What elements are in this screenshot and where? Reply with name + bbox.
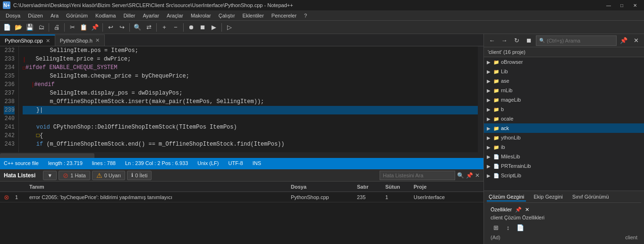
menu-kodlama[interactable]: Kodlama bbox=[92, 12, 119, 19]
tree-label-7: ack bbox=[501, 125, 509, 131]
info-filter-button[interactable]: ℹ 0 İleti bbox=[127, 171, 152, 180]
col-proj-header[interactable]: Proje bbox=[414, 184, 480, 190]
menu-gorunum[interactable]: Görünüm bbox=[62, 12, 92, 19]
tree-icon-10: 📄 bbox=[493, 154, 499, 159]
paste-button[interactable]: 📌 bbox=[90, 22, 100, 33]
maximize-button[interactable]: □ bbox=[616, 0, 628, 10]
error-row-col: 1 bbox=[385, 194, 414, 200]
prop-sort-button[interactable]: ↕ bbox=[503, 222, 513, 233]
print-button[interactable]: 🖨 bbox=[51, 22, 62, 33]
tab-pythonshop-cpp[interactable]: PythonShop.cpp ✕ bbox=[0, 35, 55, 46]
menu-ara[interactable]: Ara bbox=[47, 12, 62, 19]
menu-calistir[interactable]: Çalıştır bbox=[215, 12, 239, 19]
col-file-header[interactable]: Dosya bbox=[291, 184, 357, 190]
tree-arrow-6: ▶ bbox=[486, 116, 491, 122]
menu-pencereler[interactable]: Pencereler bbox=[268, 12, 300, 19]
prop-name-row: (Ad) client bbox=[491, 235, 637, 240]
sidebar-back-button[interactable]: ← bbox=[487, 35, 497, 46]
cut-button[interactable]: ✂ bbox=[67, 22, 77, 33]
new-button[interactable]: 📄 bbox=[2, 22, 12, 33]
sidebar-stop-button[interactable]: ⏹ bbox=[524, 35, 534, 46]
tree-item-rnlib[interactable]: ▶ 📁 rnLib bbox=[484, 86, 644, 95]
tree-item-ib[interactable]: ▶ 📁 ib bbox=[484, 142, 644, 152]
tab-close-h[interactable]: ✕ bbox=[95, 37, 100, 44]
properties-section: Özellikler 📌 ✕ client Çözüm Özellikleri … bbox=[487, 205, 641, 242]
properties-pin-icon[interactable]: 📌 bbox=[515, 207, 522, 212]
menu-araclar[interactable]: Araçlar bbox=[163, 12, 187, 19]
panel-close-icon[interactable]: ✕ bbox=[475, 172, 480, 179]
tab-pythonshop-h[interactable]: PythonShop.h ✕ bbox=[55, 35, 105, 46]
properties-title: Özellikler 📌 ✕ bbox=[491, 207, 637, 213]
save-all-button[interactable]: 🗂 bbox=[36, 22, 46, 33]
tree-item-mileslib[interactable]: ▶ 📄 MilesLib bbox=[484, 152, 644, 161]
copy-button[interactable]: 📋 bbox=[78, 22, 89, 33]
zoom-in-button[interactable]: + bbox=[159, 22, 169, 33]
sidebar-pin-button[interactable]: 📌 bbox=[619, 35, 629, 46]
prop-pages-button[interactable]: 📄 bbox=[515, 222, 525, 233]
stop-button[interactable]: ⏹ bbox=[197, 22, 208, 33]
col-col-header[interactable]: Sütun bbox=[385, 184, 414, 190]
menu-eklentiler[interactable]: Eklentiler bbox=[239, 12, 268, 19]
tree-arrow-12: ▶ bbox=[486, 173, 491, 178]
sidebar-close-button[interactable]: ✕ bbox=[631, 35, 641, 46]
minimize-button[interactable]: — bbox=[602, 0, 615, 10]
find-button[interactable]: 🔍 bbox=[132, 22, 143, 33]
tree-item-imagelib[interactable]: ▶ 📁 mageLib bbox=[484, 95, 644, 105]
tab-close-cpp[interactable]: ✕ bbox=[46, 38, 50, 44]
tree-item-ase[interactable]: ▶ 📁 ase bbox=[484, 76, 644, 86]
tree-item-obrowser[interactable]: ▶ 📁 oBrowser bbox=[484, 57, 644, 67]
tree-item-lib[interactable]: ▶ 📁 Lib bbox=[484, 67, 644, 76]
tab-cozum-gezgini[interactable]: Çözüm Gezgini bbox=[487, 193, 526, 201]
tree-icon-4: 📁 bbox=[493, 97, 499, 103]
zoom-out-button[interactable]: − bbox=[170, 22, 181, 33]
code-container[interactable]: 232 233 234 235 236 237 238 239 240 241 … bbox=[0, 46, 483, 152]
error-filter-button[interactable]: ⊘ 1 Hata bbox=[59, 171, 90, 180]
tree-item-b[interactable]: ▶ 📁 b bbox=[484, 105, 644, 114]
properties-close-icon[interactable]: ✕ bbox=[525, 207, 529, 212]
tree-item-prterrainlib[interactable]: ▶ 📄 PRTerrainLib bbox=[484, 161, 644, 171]
vertical-scrollbar[interactable] bbox=[478, 46, 483, 152]
menu-makrolar[interactable]: Makrolar bbox=[187, 12, 215, 19]
undo-button[interactable]: ↩ bbox=[105, 22, 116, 33]
tree-arrow-0: ▶ bbox=[486, 60, 491, 65]
warning-filter-button[interactable]: ⚠ 0 Uyarı bbox=[92, 171, 125, 180]
col-line-header[interactable]: Satır bbox=[357, 184, 385, 190]
menu-dosya[interactable]: Dosya bbox=[2, 12, 24, 19]
error-row-num: 1 bbox=[15, 194, 29, 200]
sidebar-search-input[interactable] bbox=[547, 38, 613, 44]
menu-help[interactable]: ? bbox=[300, 12, 311, 19]
tree-item-pythonlib[interactable]: ▶ 📁 ythonLib bbox=[484, 133, 644, 142]
sidebar-refresh-button[interactable]: ↻ bbox=[511, 35, 522, 46]
panel-search-input[interactable] bbox=[380, 171, 455, 180]
panel-pin-icon[interactable]: 📌 bbox=[466, 172, 473, 179]
tab-ekip-gezgini[interactable]: Ekip Gezgini bbox=[532, 193, 565, 201]
run-button[interactable]: ▷ bbox=[224, 22, 235, 33]
horizontal-scrollbar[interactable] bbox=[0, 152, 483, 158]
replace-button[interactable]: ⇄ bbox=[144, 22, 154, 33]
tree-label-0: oBrowser bbox=[501, 59, 523, 65]
error-row-0[interactable]: ⊗ 1 error C2065: 'byChequePrice': bildir… bbox=[0, 192, 483, 202]
col-desc-header[interactable]: Tanım bbox=[29, 184, 291, 190]
tree-item-scriptlib[interactable]: ▶ 📄 ScriptLib bbox=[484, 171, 644, 180]
tree-item-ack[interactable]: ▶ 📁 ack bbox=[484, 123, 644, 133]
record-button[interactable]: ⏺ bbox=[186, 22, 196, 33]
open-button[interactable]: 📂 bbox=[13, 22, 24, 33]
tree-item-locale[interactable]: ▶ 📁 ocale bbox=[484, 114, 644, 123]
save-button[interactable]: 💾 bbox=[25, 22, 35, 33]
menu-diller[interactable]: Diller bbox=[119, 12, 139, 19]
prop-grid-button[interactable]: ⊞ bbox=[491, 222, 501, 233]
filter-button[interactable]: ▼ bbox=[43, 171, 57, 180]
code-editor[interactable]: SellingItem.pos = ItemPos; │ SellingItem… bbox=[19, 46, 478, 152]
redo-button[interactable]: ↪ bbox=[117, 22, 127, 33]
sidebar-forward-button[interactable]: → bbox=[499, 35, 509, 46]
menu-ayarlar[interactable]: Ayarlar bbox=[139, 12, 163, 19]
close-button[interactable]: ✕ bbox=[629, 0, 641, 10]
tree-arrow-8: ▶ bbox=[486, 135, 491, 140]
tab-sinif-gorunumu[interactable]: Sınıf Görünümü bbox=[570, 193, 611, 201]
tree-arrow-9: ▶ bbox=[486, 145, 491, 150]
menu-duzen[interactable]: Düzen bbox=[24, 12, 47, 19]
ln-238: 238 bbox=[4, 97, 15, 106]
play-button[interactable]: ▶ bbox=[209, 22, 219, 33]
warning-icon: ⚠ bbox=[96, 172, 102, 179]
tree-icon-9: 📁 bbox=[493, 145, 499, 150]
